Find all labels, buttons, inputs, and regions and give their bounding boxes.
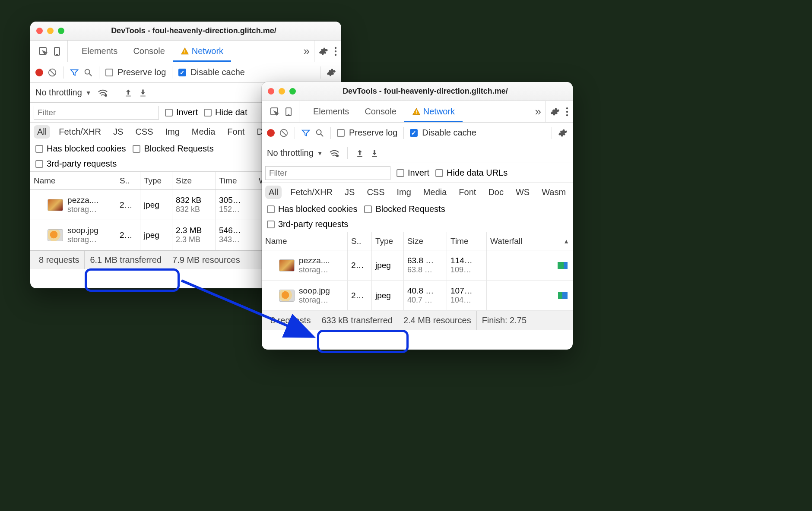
record-button[interactable] — [35, 69, 43, 76]
col-size[interactable]: Size — [172, 172, 216, 189]
clear-icon[interactable] — [279, 128, 289, 138]
type-chip-js[interactable]: JS — [110, 125, 127, 139]
kebab-menu-icon[interactable] — [334, 47, 337, 56]
type-chip-all[interactable]: All — [265, 186, 282, 199]
third-party-checkbox[interactable] — [35, 160, 43, 168]
tab-elements[interactable]: Elements — [305, 101, 357, 122]
more-tabs-icon[interactable]: » — [299, 44, 314, 58]
blocked-requests-label: Blocked Requests — [375, 204, 445, 214]
col-type[interactable]: Type — [140, 172, 172, 189]
preserve-log-checkbox[interactable] — [337, 129, 345, 137]
type-chip-all[interactable]: All — [34, 125, 50, 139]
blocked-cookies-checkbox[interactable] — [35, 145, 43, 153]
gear-icon[interactable] — [319, 47, 328, 56]
export-har-icon[interactable] — [139, 88, 147, 97]
tab-console[interactable]: Console — [125, 41, 172, 62]
inspect-element-icon[interactable] — [38, 46, 48, 57]
close-window-button[interactable] — [268, 88, 274, 95]
window-title: DevTools - foul-heavenly-direction.glitc… — [305, 87, 545, 96]
gear-icon[interactable] — [550, 107, 560, 117]
import-har-icon[interactable] — [355, 149, 364, 158]
type-cell: jpeg — [140, 220, 172, 250]
svg-point-27 — [336, 155, 339, 157]
svg-line-24 — [282, 130, 286, 135]
network-conditions-icon[interactable] — [98, 88, 108, 97]
main-tabbar: Elements Console Network » — [262, 101, 573, 123]
maximize-window-button[interactable] — [58, 28, 64, 34]
blocked-requests-checkbox[interactable] — [133, 145, 140, 153]
maximize-window-button[interactable] — [289, 88, 296, 95]
col-status[interactable]: S.. — [116, 172, 140, 189]
name-cell: pezza.... storag… — [30, 190, 116, 220]
resource-type-filters: All Fetch/XHR JS CSS Img Media Font Doc … — [262, 183, 573, 202]
tab-elements[interactable]: Elements — [74, 41, 125, 62]
type-chip-img[interactable]: Img — [393, 186, 415, 199]
network-conditions-icon[interactable] — [329, 149, 339, 158]
type-chip-doc[interactable]: Doc — [485, 186, 507, 199]
network-settings-icon[interactable] — [327, 68, 336, 77]
type-chip-fetch[interactable]: Fetch/XHR — [287, 186, 336, 199]
more-tabs-icon[interactable]: » — [531, 105, 546, 118]
type-chip-css[interactable]: CSS — [363, 186, 388, 199]
invert-checkbox[interactable] — [165, 109, 173, 117]
type-cell: jpeg — [372, 281, 404, 310]
device-toggle-icon[interactable] — [283, 107, 294, 117]
import-har-icon[interactable] — [124, 88, 133, 97]
close-window-button[interactable] — [36, 28, 43, 34]
search-icon[interactable] — [315, 128, 324, 138]
type-chip-ws[interactable]: WS — [512, 186, 533, 199]
filter-toggle-icon[interactable] — [70, 68, 79, 77]
kebab-menu-icon[interactable] — [566, 107, 568, 117]
filter-toggle-icon[interactable] — [301, 128, 311, 138]
type-chip-media[interactable]: Media — [420, 186, 450, 199]
throttling-select[interactable]: No throttling ▼ — [267, 148, 323, 158]
traffic-lights — [268, 88, 296, 95]
disable-cache-checkbox[interactable] — [178, 69, 186, 76]
tab-console[interactable]: Console — [357, 101, 404, 122]
col-waterfall[interactable]: Waterfall▲ — [487, 232, 573, 250]
type-chip-css[interactable]: CSS — [132, 125, 156, 139]
col-name[interactable]: Name — [262, 232, 348, 250]
col-name[interactable]: Name — [30, 172, 116, 189]
blocked-requests-checkbox[interactable] — [364, 205, 372, 213]
hide-data-urls-checkbox[interactable] — [435, 169, 443, 177]
blocked-cookies-checkbox[interactable] — [267, 205, 275, 213]
col-size[interactable]: Size — [404, 232, 447, 250]
type-chip-wasm[interactable]: Wasm — [538, 186, 569, 199]
third-party-checkbox[interactable] — [267, 221, 275, 228]
type-chip-js[interactable]: JS — [341, 186, 358, 199]
hide-data-urls-checkbox[interactable] — [204, 109, 212, 117]
network-settings-icon[interactable] — [558, 128, 568, 138]
col-time[interactable]: Time — [447, 232, 487, 250]
type-chip-media[interactable]: Media — [188, 125, 219, 139]
col-time[interactable]: Time — [216, 172, 255, 189]
type-chip-font[interactable]: Font — [455, 186, 479, 199]
tab-network[interactable]: Network — [404, 101, 463, 122]
preserve-log-checkbox[interactable] — [105, 69, 113, 76]
throttling-select[interactable]: No throttling ▼ — [35, 88, 92, 98]
filter-input[interactable] — [265, 166, 390, 180]
clear-icon[interactable] — [48, 68, 57, 77]
filter-input[interactable] — [34, 106, 159, 120]
status-cell: 2… — [116, 220, 140, 250]
device-toggle-icon[interactable] — [52, 46, 62, 57]
tab-network[interactable]: Network — [173, 41, 231, 62]
inspect-element-icon[interactable] — [270, 107, 280, 117]
hide-data-urls-label: Hide dat — [215, 107, 247, 117]
table-row[interactable]: soop.jpg storag… 2… jpeg 40.8 … 40.7 … 1… — [262, 281, 573, 311]
third-party-label: 3rd-party requests — [47, 159, 117, 169]
col-status[interactable]: S.. — [348, 232, 372, 250]
search-icon[interactable] — [83, 68, 93, 77]
type-chip-img[interactable]: Img — [162, 125, 183, 139]
type-chip-font[interactable]: Font — [224, 125, 248, 139]
svg-point-7 — [335, 54, 336, 55]
export-har-icon[interactable] — [370, 149, 379, 158]
minimize-window-button[interactable] — [47, 28, 54, 34]
minimize-window-button[interactable] — [279, 88, 285, 95]
record-button[interactable] — [267, 129, 275, 137]
invert-checkbox[interactable] — [396, 169, 404, 177]
col-type[interactable]: Type — [372, 232, 404, 250]
table-row[interactable]: pezza.... storag… 2… jpeg 63.8 … 63.8 … … — [262, 250, 573, 281]
disable-cache-checkbox[interactable] — [410, 129, 418, 137]
type-chip-fetch[interactable]: Fetch/XHR — [55, 125, 105, 139]
